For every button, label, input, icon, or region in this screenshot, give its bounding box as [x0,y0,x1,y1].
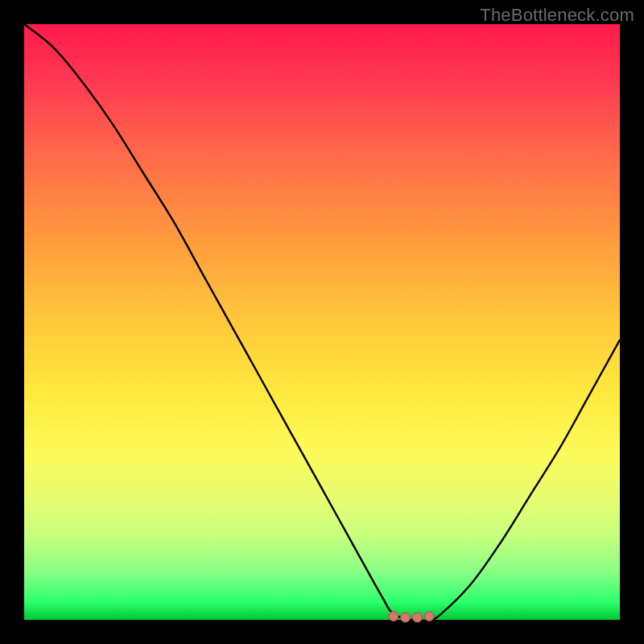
watermark-text: TheBottleneck.com [480,5,634,26]
curve-path [24,24,620,621]
min-marker [412,613,422,622]
chart-frame: TheBottleneck.com [0,0,644,644]
plot-area [24,24,620,620]
min-marker [389,612,398,621]
curve-svg [24,24,620,620]
min-marker [401,613,411,622]
min-marker [424,612,434,621]
